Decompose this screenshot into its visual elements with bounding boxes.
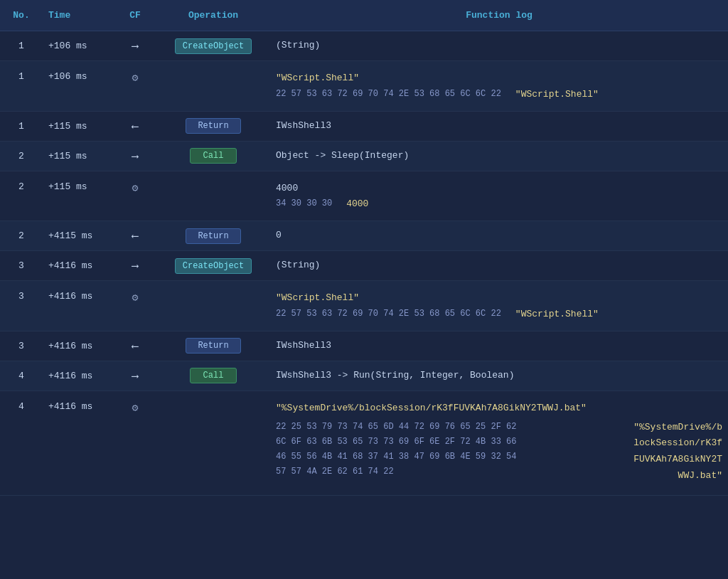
row-cf: ⟶	[114, 367, 156, 385]
table-row: 4 +4116 ms ⚙ "%SystemDrive%/blockSession…	[0, 391, 728, 496]
main-table: No. Time CF Operation Function log 1 +10…	[0, 0, 728, 579]
row-operation: Return	[156, 225, 270, 247]
row-log: (String)	[270, 255, 728, 276]
arrow-right-icon: ⟶	[132, 260, 138, 272]
gear-icon: ⚙	[132, 71, 138, 85]
row-time: +4116 ms	[43, 368, 114, 384]
row-no: 2	[0, 228, 43, 244]
table-row: 3 +4116 ms ⟶ CreateObject (String)	[0, 251, 728, 281]
header-time: Time	[43, 7, 114, 23]
row-log: "WScript.Shell" 22 57 53 63 72 69 70 74 …	[270, 67, 728, 105]
row-no: 3	[0, 287, 43, 304]
call-button[interactable]: Call	[190, 148, 237, 164]
row-no: 3	[0, 257, 43, 274]
row-no: 1	[0, 67, 43, 85]
row-cf: ⟶	[114, 257, 156, 275]
row-operation: Return	[156, 335, 270, 356]
row-log: (String)	[270, 36, 728, 56]
row-cf: ⚙	[114, 397, 156, 418]
table-row: 1 +115 ms ⟵ Return IWshShell3	[0, 112, 728, 142]
return-button[interactable]: Return	[186, 228, 240, 244]
create-object-button[interactable]: CreateObject	[175, 38, 252, 54]
row-time: +106 ms	[43, 67, 114, 85]
row-operation: Call	[156, 145, 270, 166]
row-time: +4116 ms	[43, 338, 114, 354]
row-cf: ⟶	[114, 37, 156, 55]
row-operation: Call	[156, 365, 270, 386]
row-no: 4	[0, 397, 43, 415]
row-cf: ⟶	[114, 147, 156, 165]
row-no: 4	[0, 368, 43, 384]
row-log: "WScript.Shell" 22 57 53 63 72 69 70 74 …	[270, 287, 728, 325]
arrow-right-icon: ⟶	[132, 150, 138, 162]
row-cf: ⟵	[114, 117, 156, 135]
row-log: IWshShell3	[270, 116, 728, 137]
header-no: No.	[0, 7, 43, 23]
table-row: 2 +115 ms ⟶ Call Object -> Sleep(Integer…	[0, 142, 728, 171]
row-time: +115 ms	[43, 118, 114, 134]
row-log: IWshShell3 -> Run(String, Integer, Boole…	[270, 366, 728, 386]
row-cf: ⚙	[114, 287, 156, 307]
row-operation	[156, 287, 270, 292]
row-time: +4115 ms	[43, 228, 114, 244]
row-no: 2	[0, 177, 43, 195]
row-no: 1	[0, 38, 43, 54]
row-time: +4116 ms	[43, 257, 114, 274]
table-row: 1 +106 ms ⟶ CreateObject (String)	[0, 31, 728, 61]
arrow-right-icon: ⟶	[132, 370, 138, 382]
row-operation: CreateObject	[156, 255, 270, 277]
row-log: 4000 34 30 30 30 4000	[270, 177, 728, 216]
gear-icon: ⚙	[132, 291, 138, 304]
row-log: IWshShell3	[270, 336, 728, 356]
row-time: +106 ms	[43, 38, 114, 54]
row-log: "%SystemDrive%/blockSession/rK3fFUVKAh7A…	[270, 397, 728, 487]
arrow-left-icon: ⟵	[132, 340, 138, 352]
header-function-log: Function log	[270, 7, 728, 23]
row-cf: ⚙	[114, 177, 156, 198]
table-row: 2 +115 ms ⚙ 4000 34 30 30 30 4000	[0, 171, 728, 222]
row-no: 3	[0, 338, 43, 354]
table-header: No. Time CF Operation Function log	[0, 0, 728, 31]
row-no: 2	[0, 148, 43, 164]
row-time: +4116 ms	[43, 397, 114, 415]
table-row: 1 +106 ms ⚙ "WScript.Shell" 22 57 53 63 …	[0, 61, 728, 112]
row-operation: CreateObject	[156, 36, 270, 57]
row-operation: Return	[156, 115, 270, 137]
return-button[interactable]: Return	[186, 338, 240, 354]
row-no: 1	[0, 118, 43, 134]
return-button[interactable]: Return	[186, 118, 240, 134]
row-cf: ⚙	[114, 67, 156, 87]
row-time: +4116 ms	[43, 287, 114, 304]
row-cf: ⟵	[114, 227, 156, 245]
create-object-button[interactable]: CreateObject	[175, 258, 252, 274]
row-operation	[156, 67, 270, 73]
row-time: +115 ms	[43, 148, 114, 164]
arrow-left-icon: ⟵	[132, 120, 138, 132]
row-time: +115 ms	[43, 177, 114, 195]
gear-icon: ⚙	[132, 181, 138, 195]
row-log: Object -> Sleep(Integer)	[270, 146, 728, 166]
arrow-right-icon: ⟶	[132, 40, 138, 52]
table-row: 3 +4116 ms ⚙ "WScript.Shell" 22 57 53 63…	[0, 281, 728, 331]
table-row: 3 +4116 ms ⟵ Return IWshShell3	[0, 331, 728, 361]
table-row: 2 +4115 ms ⟵ Return 0	[0, 221, 728, 251]
header-operation: Operation	[156, 7, 270, 23]
row-operation	[156, 397, 270, 403]
header-cf: CF	[114, 7, 156, 23]
table-row: 4 +4116 ms ⟶ Call IWshShell3 -> Run(Stri…	[0, 361, 728, 391]
row-log: 0	[270, 225, 728, 246]
arrow-left-icon: ⟵	[132, 230, 138, 242]
gear-icon: ⚙	[132, 401, 138, 415]
row-operation	[156, 177, 270, 183]
row-cf: ⟵	[114, 337, 156, 355]
call-button[interactable]: Call	[190, 368, 237, 383]
